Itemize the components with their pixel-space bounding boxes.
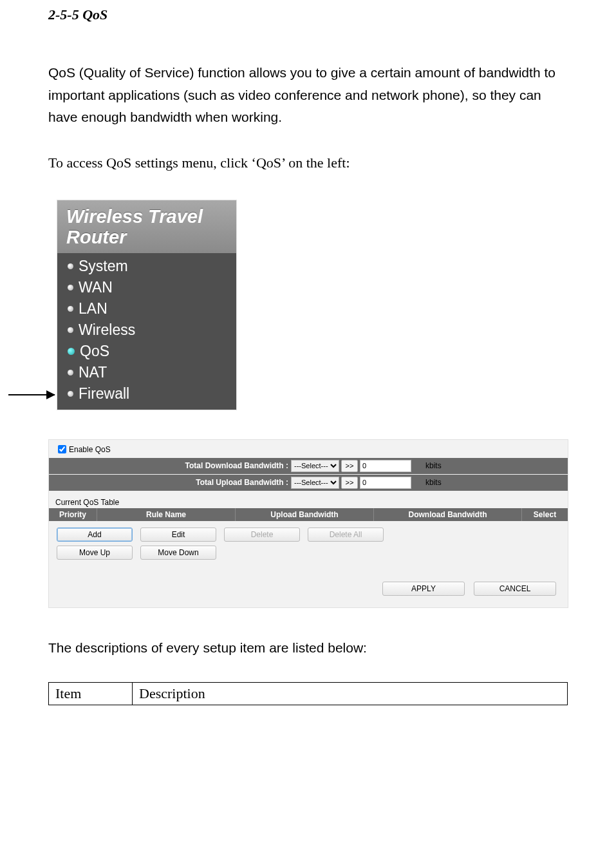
desc-intro: The descriptions of every setup item are… — [48, 637, 568, 660]
bullet-icon — [68, 285, 73, 290]
nav-items: System WAN LAN Wireless QoS NAT Firewall — [57, 253, 236, 410]
download-bandwidth-row: Total Download Bandwidth : ---Select--- … — [49, 458, 568, 474]
upload-bandwidth-select[interactable]: ---Select--- — [291, 477, 339, 489]
enable-qos-label: Enable QoS — [69, 445, 111, 454]
sidebar-item-firewall[interactable]: Firewall — [57, 383, 236, 404]
th-description: Description — [133, 682, 568, 705]
nav-label: Wireless — [79, 321, 135, 339]
delete-all-button[interactable]: Delete All — [308, 528, 384, 542]
delete-button[interactable]: Delete — [224, 528, 300, 542]
description-table: Item Description — [48, 682, 568, 705]
nav-title-line2: Router — [66, 227, 126, 247]
download-bandwidth-select[interactable]: ---Select--- — [291, 460, 339, 472]
sidebar-item-wan[interactable]: WAN — [57, 277, 236, 298]
nav-header: Wireless Travel Router — [57, 200, 236, 253]
th-item: Item — [49, 682, 133, 705]
th-upload: Upload Bandwidth — [236, 508, 374, 521]
apply-button[interactable]: APPLY — [382, 582, 465, 596]
download-bandwidth-input[interactable] — [360, 460, 411, 472]
th-priority: Priority — [49, 508, 97, 521]
th-download: Download Bandwidth — [374, 508, 522, 521]
upload-unit-label: kbits — [425, 478, 442, 487]
download-transfer-button[interactable]: >> — [341, 460, 358, 472]
sidebar-item-qos[interactable]: QoS — [57, 341, 236, 362]
nav-label: QoS — [80, 343, 109, 360]
move-down-button[interactable]: Move Down — [140, 546, 216, 560]
nav-label: NAT — [79, 364, 107, 381]
sidebar-item-system[interactable]: System — [57, 256, 236, 277]
sidebar-item-nat[interactable]: NAT — [57, 362, 236, 383]
bullet-icon — [68, 327, 73, 333]
section-title: 2-5-5 QoS — [48, 6, 568, 23]
sidebar-item-lan[interactable]: LAN — [57, 298, 236, 319]
arrow-icon — [8, 394, 55, 395]
th-rule-name: Rule Name — [97, 508, 236, 521]
move-up-button[interactable]: Move Up — [57, 546, 133, 560]
upload-transfer-button[interactable]: >> — [341, 477, 358, 489]
nav-label: Firewall — [79, 385, 129, 403]
sidebar-item-wireless[interactable]: Wireless — [57, 319, 236, 341]
download-unit-label: kbits — [425, 461, 442, 470]
intro-paragraph: QoS (Quality of Service) function allows… — [48, 62, 568, 129]
bullet-icon — [68, 306, 73, 312]
upload-bandwidth-label: Total Upload Bandwidth : — [53, 478, 291, 487]
access-paragraph: To access QoS settings menu, click ‘QoS’… — [48, 151, 568, 174]
nav-label: LAN — [79, 300, 107, 318]
nav-label: WAN — [79, 279, 113, 296]
download-bandwidth-label: Total Download Bandwidth : — [53, 461, 291, 470]
bullet-icon — [68, 370, 73, 375]
upload-bandwidth-input[interactable] — [360, 477, 411, 489]
upload-bandwidth-row: Total Upload Bandwidth : ---Select--- >>… — [49, 475, 568, 491]
nav-title-line1: Wireless Travel — [66, 206, 203, 227]
qos-table-title: Current QoS Table — [49, 491, 568, 508]
th-select: Select — [522, 508, 568, 521]
enable-qos-checkbox[interactable] — [58, 445, 66, 453]
edit-button[interactable]: Edit — [140, 528, 216, 542]
bullet-icon — [68, 391, 73, 397]
qos-panel: Enable QoS Total Download Bandwidth : --… — [48, 439, 568, 608]
qos-table-header: Priority Rule Name Upload Bandwidth Down… — [49, 508, 568, 521]
cancel-button[interactable]: CANCEL — [474, 582, 556, 596]
bullet-icon — [68, 348, 75, 355]
table-row: Item Description — [49, 682, 568, 705]
nav-label: System — [79, 258, 128, 275]
nav-panel: Wireless Travel Router System WAN LAN Wi… — [57, 200, 237, 410]
bullet-icon — [68, 263, 73, 269]
add-button[interactable]: Add — [57, 528, 133, 542]
